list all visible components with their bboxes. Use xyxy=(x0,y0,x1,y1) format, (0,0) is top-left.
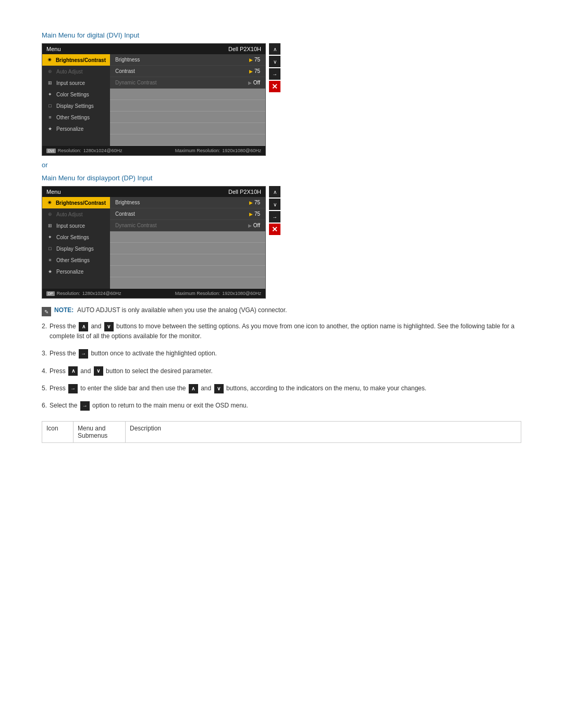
note-section: ✎ NOTE: AUTO ADJUST is only available wh… xyxy=(42,306,521,316)
instruction-3: 3. Press the → button once to activate t… xyxy=(42,349,521,359)
menu-item-auto-adjust[interactable]: ⊕ Auto Adjust xyxy=(42,66,110,77)
input-source-icon: ⊞ xyxy=(46,79,54,87)
footer-max-label: Maximum Resolution: xyxy=(175,148,221,153)
instr5-up-button: ∧ xyxy=(189,384,198,393)
dp-menu-item-color-settings[interactable]: ✦ Color Settings xyxy=(42,231,110,243)
dp-contrast-label: Contrast xyxy=(115,211,249,217)
instruction-6-num: 6. xyxy=(42,401,47,410)
dp-footer-resolution-value: 1280x1024@60Hz xyxy=(82,291,121,296)
dp-menu-left-panel: ☀ Brightness/Contrast ⊕ Auto Adjust ⊞ In… xyxy=(42,197,110,289)
dp-menu-item-input-source[interactable]: ⊞ Input source xyxy=(42,220,110,231)
menu-item-input-source-label: Input source xyxy=(56,80,85,86)
dp-side-buttons-panel: ∧ ∨ → ✕ xyxy=(269,186,280,235)
dp-menu-right-panel: Brightness ▶ 75 Contrast ▶ 75 Dynamic Co… xyxy=(110,197,265,289)
dp-brightness-value: ▶ 75 xyxy=(249,200,260,205)
down-button[interactable]: ∨ xyxy=(269,56,280,67)
menu-item-auto-adjust-label: Auto Adjust xyxy=(56,69,83,75)
instruction-6-content: Select the → option to return to the mai… xyxy=(50,401,248,411)
right-button[interactable]: → xyxy=(269,68,280,80)
auto-adjust-icon: ⊕ xyxy=(46,68,54,75)
menu-item-personalize-label: Personalize xyxy=(56,126,83,132)
footer-resolution-left: DVI Resolution: 1280x1024@60Hz xyxy=(46,148,122,153)
contrast-label: Contrast xyxy=(115,68,249,74)
instruction-5: 5. Press → to enter the slide bar and th… xyxy=(42,384,521,393)
instr5-down-button: ∨ xyxy=(214,384,224,393)
right-item-contrast: Contrast ▶ 75 xyxy=(110,66,265,77)
dp-contrast-value: ▶ 75 xyxy=(249,211,260,217)
table-col-desc-header: Description xyxy=(126,422,521,442)
dp-exit-button[interactable]: ✕ xyxy=(269,224,280,235)
dp-right-button[interactable]: → xyxy=(269,211,280,223)
instr4-down-button: ∨ xyxy=(94,366,103,376)
dvi-connector-icon: DVI xyxy=(46,149,56,153)
dp-connector-icon: DP xyxy=(46,291,55,296)
dp-menu-container: Menu Dell P2X10H ☀ Brightness/Contrast ⊕… xyxy=(42,186,521,299)
menu-item-personalize[interactable]: ★ Personalize xyxy=(42,123,110,134)
menu-header: Menu Dell P2X10H xyxy=(42,44,265,54)
dp-menu-item-other-settings-label: Other Settings xyxy=(56,257,90,263)
menu-item-other-settings[interactable]: ≡ Other Settings xyxy=(42,112,110,123)
right-item-empty4 xyxy=(110,123,265,134)
dp-footer-max-label: Maximum Resolution: xyxy=(175,291,221,296)
dp-menu-item-personalize-label: Personalize xyxy=(56,269,83,275)
right-item-empty2 xyxy=(110,100,265,112)
up-button[interactable]: ∧ xyxy=(269,43,280,55)
instructions-section: 2. Press the ∧ and ∨ buttons to move bet… xyxy=(42,322,521,411)
dp-right-item-empty4 xyxy=(110,266,265,277)
menu-item-color-settings[interactable]: ✦ Color Settings xyxy=(42,89,110,100)
color-settings-icon: ✦ xyxy=(46,91,54,98)
brightness-value: ▶ 75 xyxy=(249,57,260,63)
note-content: AUTO ADJUST is only available when you u… xyxy=(77,306,287,314)
instr2-down-button: ∨ xyxy=(104,322,114,331)
instr2-up-button: ∧ xyxy=(79,322,88,331)
footer-resolution-label: Resolution: xyxy=(58,148,81,153)
side-buttons-panel: ∧ ∨ → ✕ xyxy=(269,43,280,92)
dp-up-button[interactable]: ∧ xyxy=(269,186,280,198)
dp-menu-item-color-settings-label: Color Settings xyxy=(56,235,89,240)
dp-personalize-icon: ★ xyxy=(46,268,54,275)
dp-menu-item-auto-adjust[interactable]: ⊕ Auto Adjust xyxy=(42,208,110,220)
dp-auto-adjust-icon: ⊕ xyxy=(46,211,54,218)
display-settings-icon: □ xyxy=(46,102,54,109)
menu-body: ☀ Brightness/Contrast ⊕ Auto Adjust ⊞ In… xyxy=(42,54,265,146)
instruction-4-num: 4. xyxy=(42,366,47,376)
instr5-right-button: → xyxy=(68,384,78,393)
menu-item-brightness-label: Brightness/Contrast xyxy=(56,57,106,63)
dp-down-button[interactable]: ∨ xyxy=(269,199,280,210)
dp-dynamic-contrast-value: ▶ Off xyxy=(248,223,260,228)
table-col-menu-header: Menu andSubmenus xyxy=(74,422,126,442)
dp-brightness-label: Brightness xyxy=(115,200,249,205)
instruction-3-content: Press the → button once to activate the … xyxy=(50,349,217,359)
dp-monitor-menu: Menu Dell P2X10H ☀ Brightness/Contrast ⊕… xyxy=(42,186,266,299)
instr4-up-button: ∧ xyxy=(68,366,78,376)
dp-menu-item-display-settings[interactable]: □ Display Settings xyxy=(42,243,110,254)
menu-footer: DVI Resolution: 1280x1024@60Hz Maximum R… xyxy=(42,146,265,155)
dp-menu-item-brightness[interactable]: ☀ Brightness/Contrast xyxy=(42,197,110,208)
right-item-empty5 xyxy=(110,134,265,146)
dvi-menu-container: Menu Dell P2X10H ☀ Brightness/Contrast ⊕… xyxy=(42,43,521,156)
menu-item-input-source[interactable]: ⊞ Input source xyxy=(42,77,110,89)
dp-brightness-icon: ☀ xyxy=(46,199,53,206)
dp-color-settings-icon: ✦ xyxy=(46,233,54,241)
dp-menu-item-brightness-label: Brightness/Contrast xyxy=(56,200,106,206)
exit-button[interactable]: ✕ xyxy=(269,81,280,92)
brightness-label: Brightness xyxy=(115,57,249,63)
dynamic-contrast-value: ▶ Off xyxy=(248,80,260,85)
menu-item-brightness[interactable]: ☀ Brightness/Contrast xyxy=(42,54,110,66)
right-item-dynamic-contrast: Dynamic Contrast ▶ Off xyxy=(110,77,265,89)
menu-item-display-settings-label: Display Settings xyxy=(56,103,94,109)
dp-menu-header: Menu Dell P2X10H xyxy=(42,187,265,197)
dp-right-item-empty5 xyxy=(110,277,265,289)
dp-menu-item-personalize[interactable]: ★ Personalize xyxy=(42,266,110,277)
right-item-brightness: Brightness ▶ 75 xyxy=(110,54,265,66)
icon-table: Icon Menu andSubmenus Description xyxy=(42,421,521,443)
menu-item-other-settings-label: Other Settings xyxy=(56,115,90,120)
menu-item-display-settings[interactable]: □ Display Settings xyxy=(42,100,110,112)
dp-menu-item-other-settings[interactable]: ≡ Other Settings xyxy=(42,254,110,266)
dvi-monitor-menu: Menu Dell P2X10H ☀ Brightness/Contrast ⊕… xyxy=(42,43,266,156)
dp-right-item-empty2 xyxy=(110,243,265,254)
dp-right-item-empty3 xyxy=(110,254,265,266)
menu-item-color-settings-label: Color Settings xyxy=(56,92,89,97)
instruction-2: 2. Press the ∧ and ∨ buttons to move bet… xyxy=(42,322,521,341)
dp-section: Main Menu for displayport (DP) Input Men… xyxy=(42,174,521,299)
